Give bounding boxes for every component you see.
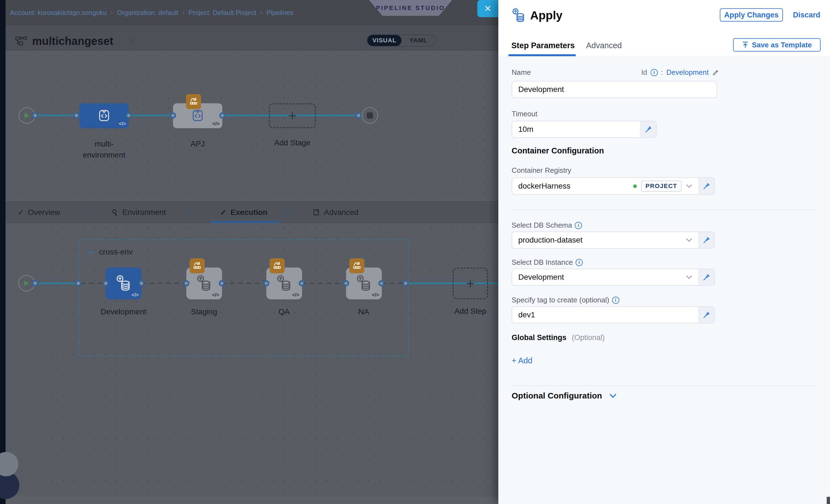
close-pipeline-studio-button[interactable]: ✕ [477,0,498,17]
node-port [138,280,145,286]
loop-icon [352,261,361,271]
db-instance-select[interactable]: Development [512,269,699,286]
stage-canvas [5,51,498,201]
global-settings-row: Global Settings (Optional) [512,334,605,342]
node-port [170,113,176,119]
step-node-development[interactable]: </> [106,267,141,300]
tab-separator-icon [187,208,192,217]
pipeline-end-node [361,107,378,124]
active-tab-underline [508,54,576,56]
add-global-setting-button[interactable]: + Add [512,356,532,365]
breadcrumb-link-account[interactable]: Account: kurosakiichigo.songoku [10,9,107,17]
info-icon[interactable]: i [612,296,619,304]
check-icon: ✓ [18,208,24,217]
global-settings-optional: (Optional) [572,334,605,342]
info-icon[interactable]: i [576,259,583,266]
environment-icon [111,209,119,216]
apply-step-icon [115,275,133,293]
db-schema-pin-button[interactable] [698,231,715,249]
info-icon[interactable]: i [650,69,658,76]
db-schema-label: Select DB Schema i [512,221,582,229]
section-divider [512,385,816,386]
connector-status-dot [633,184,637,188]
apply-changes-button[interactable]: Apply Changes [720,8,783,22]
timeout-pin-button[interactable] [640,121,657,138]
id-value[interactable]: Development [666,68,709,77]
scrollbar-thumb[interactable] [827,497,830,504]
looping-strategy-badge [186,94,201,109]
breadcrumb-link-project[interactable]: Project: Default Project [188,9,256,17]
pipeline-icon [15,36,28,46]
stop-icon [367,113,373,119]
toggle-visual[interactable]: VISUAL [368,35,402,46]
db-instance-pin-button[interactable] [698,269,715,286]
node-port [126,113,132,119]
chevron-down-icon [609,393,616,398]
add-stage-node[interactable]: + [269,103,316,128]
add-step-node[interactable]: + [453,267,488,300]
add-stage-label: Add Stage [269,137,316,149]
apply-step-icon [195,275,214,293]
stage-label: APJ [173,138,222,150]
collapse-group-icon[interactable]: − [88,248,94,256]
info-icon[interactable]: i [575,222,582,229]
loop-icon [189,97,198,106]
edit-id-icon[interactable] [712,69,719,76]
step-group-header[interactable]: − cross-env [88,248,133,256]
tab-execution[interactable]: ✓ Execution [220,201,267,223]
connector-line [35,282,80,284]
tab-label: Advanced [324,208,358,217]
tab-separator-icon [284,208,290,217]
loop-icon [273,261,282,271]
timeout-input[interactable]: 10m [512,121,641,138]
save-as-template-button[interactable]: Save as Template [733,38,821,52]
pin-icon [702,182,711,190]
tab-step-parameters[interactable]: Step Parameters [511,41,575,50]
container-registry-input[interactable]: dockerHarness PROJECT [512,177,699,195]
pin-icon [702,311,711,319]
tab-advanced[interactable]: Advanced [312,201,358,223]
apply-step-icon [355,275,373,293]
node-port [403,280,409,286]
apply-step-icon [511,8,527,24]
tag-input[interactable]: dev1 [512,306,699,323]
discard-button[interactable]: Discard [793,11,820,20]
horizontal-scrollbar[interactable] [5,497,498,504]
breadcrumb-separator: › [260,8,263,17]
yaml-code-indicator: </> [212,121,220,127]
node-port [355,113,361,119]
registry-pin-button[interactable] [698,177,715,195]
tab-environment[interactable]: Environment [111,201,166,223]
tag-pin-button[interactable] [698,306,715,323]
name-input[interactable]: Development [512,81,717,98]
apply-step-icon [275,275,293,293]
db-schema-select[interactable]: production-dataset [512,231,699,249]
container-configuration-heading: Container Configuration [512,146,604,155]
chevron-down-icon [686,238,692,242]
optional-configuration-label: Optional Configuration [512,391,602,401]
pin-icon [702,236,711,244]
optional-configuration-header[interactable]: Optional Configuration [512,391,616,401]
toggle-yaml[interactable]: YAML [402,35,436,46]
tab-advanced[interactable]: Advanced [586,41,622,50]
visual-yaml-toggle: VISUAL YAML [367,34,436,46]
connector-line [35,115,79,116]
edit-pipeline-name-icon[interactable] [128,37,136,45]
yaml-code-indicator: </> [212,292,219,298]
tab-overview[interactable]: ✓ Overview [18,201,60,223]
chevron-down-icon[interactable] [686,184,692,188]
connector-line [129,115,173,116]
id-separator: : [661,68,663,77]
stage-node-multi-environment[interactable]: </> [79,103,129,128]
looping-strategy-badge [349,258,364,273]
breadcrumb-link-org[interactable]: Organization: default [117,9,178,17]
db-instance-label: Select DB Instance i [512,258,583,267]
name-field-label: Name [512,68,531,77]
node-port [73,113,79,119]
pipeline-title: multichangeset [32,35,113,48]
node-port [32,113,38,119]
tab-label: Environment [122,208,166,217]
apply-changes-label: Apply Changes [724,11,779,20]
breadcrumb-link-pipelines[interactable]: Pipelines [266,9,293,17]
save-as-template-label: Save as Template [752,41,812,49]
